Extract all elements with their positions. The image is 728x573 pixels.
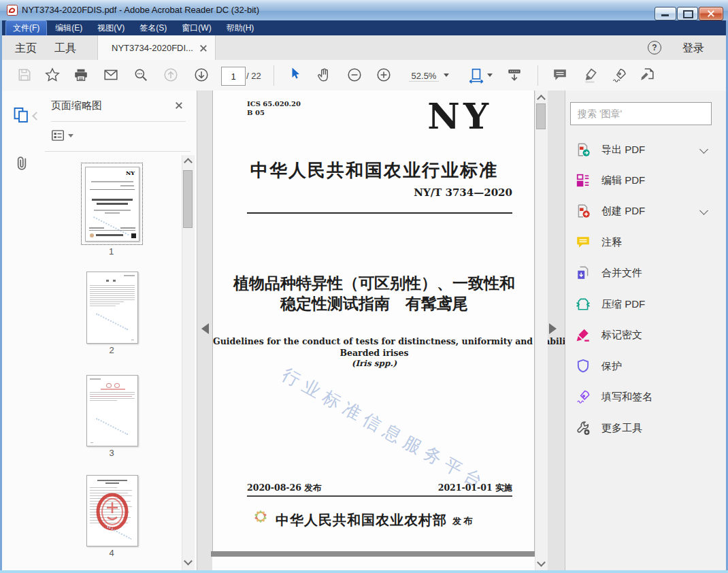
email-icon[interactable] [103, 67, 118, 85]
thumbnail-3-label: 3 [86, 448, 137, 458]
document-watermark: 行业标准信息服务平台 [278, 363, 491, 495]
previous-page-arrow-icon[interactable] [201, 323, 209, 334]
acrobat-reader-window: NYT3734-2020FDIS.pdf - Adobe Acrobat Rea… [0, 0, 728, 573]
zoom-in-icon[interactable] [376, 67, 391, 85]
document-page-1[interactable]: ICS 65.020.20 B 05 NY 中华人民共和国农业行业标准 NY/T… [212, 91, 535, 551]
tool-fill-sign[interactable]: 填写和签名 [566, 382, 725, 412]
next-page-icon[interactable] [194, 67, 209, 85]
page-thumbnail-4[interactable] [86, 475, 138, 546]
english-subtitle-line3: (Iris spp.) [213, 359, 535, 368]
tool-compress-pdf[interactable]: 压缩 PDF [566, 289, 725, 320]
page-count-label: / 22 [246, 71, 261, 81]
zoom-out-icon[interactable] [347, 67, 362, 85]
page-scrolling-icon[interactable] [506, 67, 523, 86]
toolbar-separator [274, 65, 274, 86]
thumbnail-4-label: 4 [86, 548, 137, 558]
star-icon[interactable] [45, 67, 60, 85]
tool-edit-pdf[interactable]: 编辑 PDF [566, 165, 725, 196]
redact-icon [576, 327, 591, 345]
thumbnail-1-label: 1 [81, 246, 142, 257]
page-thumbnail-2[interactable] [86, 272, 138, 344]
close-icon [708, 10, 714, 16]
tab-document-label: NYT3734-2020FDI... [112, 43, 193, 53]
tool-more-tools[interactable]: 更多工具 [566, 413, 725, 444]
page-number-input[interactable] [221, 67, 246, 86]
tab-document[interactable]: NYT3734-2020FDI... [97, 35, 216, 60]
menu-bar: 文件(F) 编辑(E) 视图(V) 签名(S) 窗口(W) 帮助(H) [0, 20, 728, 35]
attachments-panel-icon[interactable] [13, 154, 31, 175]
english-subtitle-line2: Bearded irises [213, 348, 535, 358]
document-title-line2: 稳定性测试指南 有髯鸢尾 [213, 293, 535, 314]
combine-files-icon [576, 265, 591, 283]
print-icon[interactable] [73, 67, 88, 85]
document-scrollbar-thumb[interactable] [536, 103, 546, 129]
document-scrollbar[interactable] [535, 91, 548, 570]
thumbnail-2-label: 2 [86, 345, 137, 355]
window-border [0, 570, 728, 573]
export-pdf-icon [576, 142, 591, 160]
save-icon[interactable] [17, 67, 32, 85]
chevron-down-icon[interactable] [699, 145, 708, 154]
tool-comment[interactable]: 注释 [566, 227, 725, 258]
document-page-2[interactable] [212, 557, 535, 570]
close-button[interactable]: .win-btn.close .xmark:before,.win-btn.cl… [699, 7, 723, 20]
page-thumbnails-panel-icon[interactable] [12, 106, 30, 127]
ics-code: ICS 65.020.20 [247, 100, 301, 108]
menu-window[interactable]: 窗口(W) [175, 21, 218, 35]
page-thumbnail-3[interactable] [86, 375, 138, 446]
acrobat-app-icon [7, 5, 18, 18]
menu-edit[interactable]: 编辑(E) [48, 21, 89, 35]
menu-help[interactable]: 帮助(H) [220, 21, 261, 35]
comment-tool-icon [576, 235, 591, 252]
maximize-button[interactable] [677, 7, 698, 20]
search-icon[interactable] [133, 67, 148, 85]
red-seal [96, 493, 129, 534]
highlight-icon[interactable] [582, 67, 599, 86]
page-thumbnail-1[interactable]: NY [85, 167, 139, 242]
fit-dropdown-arrow-icon[interactable] [487, 73, 493, 77]
compress-pdf-icon [576, 297, 591, 314]
zoom-dropdown-arrow-icon[interactable] [444, 73, 449, 77]
panel-close-icon[interactable] [176, 102, 182, 108]
window-border [0, 20, 2, 573]
document-title-line1: 植物品种特异性（可区别性）、一致性和 [213, 273, 535, 294]
tab-close-icon[interactable] [200, 45, 206, 51]
options-dropdown-arrow-icon[interactable] [68, 134, 73, 137]
tool-create-pdf[interactable]: 创建 PDF [566, 196, 725, 227]
standard-heading: 中华人民共和国农业行业标准 [242, 159, 507, 182]
menu-view[interactable]: 视图(V) [90, 21, 131, 35]
toolbar-separator [537, 65, 538, 86]
publish-label: 发 布 [452, 515, 473, 527]
standard-logo: NY [427, 99, 492, 134]
thumbnail-options-icon[interactable] [50, 128, 65, 146]
select-tool-icon[interactable] [288, 67, 301, 83]
ministry-emblem [248, 504, 273, 531]
tab-home[interactable]: 主页 [15, 42, 37, 56]
create-pdf-icon [576, 203, 591, 221]
previous-page-icon[interactable] [163, 67, 178, 85]
chevron-down-icon[interactable] [699, 206, 708, 215]
title-bar[interactable]: NYT3734-2020FDIS.pdf - Adobe Acrobat Rea… [0, 0, 728, 21]
thumbnails-scrollbar-thumb[interactable] [183, 170, 193, 228]
hand-tool-icon[interactable] [316, 67, 331, 85]
tool-redact[interactable]: 标记密文 [566, 320, 725, 350]
thumb-logo: NY [126, 169, 135, 176]
stamp-icon[interactable] [640, 67, 655, 85]
fit-width-icon[interactable] [468, 67, 484, 86]
zoom-level-dropdown[interactable]: 52.5% [409, 71, 439, 82]
ics-class: B 05 [247, 109, 265, 116]
tools-search-input[interactable] [570, 102, 712, 125]
comment-icon[interactable] [552, 67, 567, 85]
tool-protect[interactable]: 保护 [566, 351, 725, 382]
tool-combine-files[interactable]: 合并文件 [566, 258, 725, 289]
thumbnails-panel-title: 页面缩略图 [51, 99, 102, 112]
tool-export-pdf[interactable]: 导出 PDF [566, 135, 725, 165]
help-icon[interactable]: ? [648, 41, 661, 54]
tab-tools[interactable]: 工具 [54, 42, 76, 56]
minimize-button[interactable] [655, 7, 676, 20]
menu-file[interactable]: 文件(F) [5, 20, 47, 36]
sign-icon[interactable] [611, 67, 627, 86]
login-button[interactable]: 登录 [682, 42, 704, 56]
next-page-arrow-icon[interactable] [549, 323, 557, 334]
menu-sign[interactable]: 签名(S) [133, 21, 173, 35]
